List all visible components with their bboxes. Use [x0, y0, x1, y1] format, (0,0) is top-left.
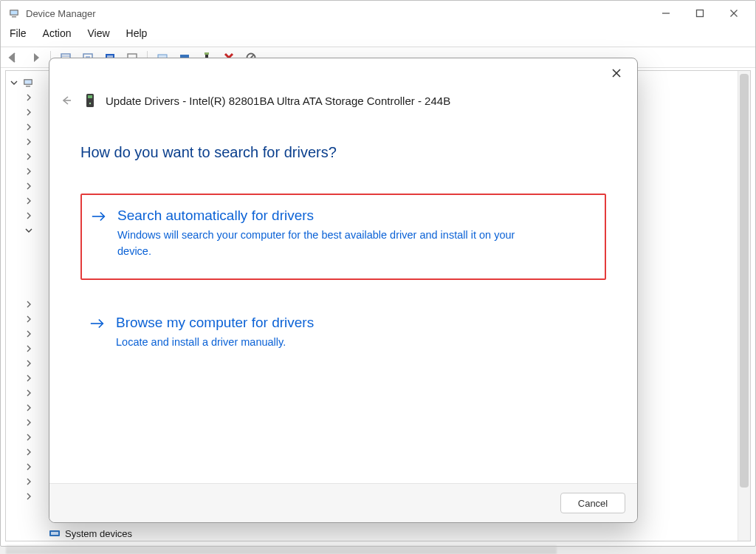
svg-rect-4 [697, 10, 704, 17]
chevron-right-icon[interactable] [24, 358, 34, 369]
arrow-right-icon [89, 315, 106, 332]
chevron-right-icon[interactable] [24, 476, 34, 487]
option-title: Browse my computer for drivers [116, 314, 314, 332]
chevron-right-icon[interactable] [24, 343, 34, 354]
chevron-down-icon[interactable] [24, 225, 34, 236]
window-title: Device Manager [26, 8, 96, 19]
chevron-right-icon[interactable] [24, 122, 34, 132]
option-desc: Windows will search your computer for th… [117, 228, 531, 260]
dialog-close-button[interactable] [602, 61, 631, 85]
svg-rect-27 [51, 532, 58, 535]
chevron-down-icon[interactable] [9, 78, 19, 88]
chevron-right-icon[interactable] [24, 447, 34, 457]
dialog-header: Update Drivers - Intel(R) 82801BA Ultra … [49, 88, 637, 112]
tree-item-system-devices[interactable]: System devices [49, 527, 132, 539]
tree-item-label: System devices [65, 528, 132, 539]
menu-bar: File Action View Help [1, 26, 755, 45]
chevron-right-icon[interactable] [24, 92, 34, 103]
menu-action[interactable]: Action [41, 26, 73, 41]
dialog-heading: How do you want to search for drivers? [80, 144, 606, 161]
chevron-right-icon[interactable] [24, 211, 34, 221]
svg-point-33 [89, 103, 91, 104]
menu-file[interactable]: File [8, 26, 28, 41]
arrow-right-icon [91, 208, 107, 225]
taskbar-shadow [6, 545, 557, 554]
chevron-right-icon[interactable] [24, 432, 34, 442]
chevron-right-icon[interactable] [24, 462, 34, 472]
option-browse-computer[interactable]: Browse my computer for drivers Locate an… [80, 302, 606, 366]
computer-icon [22, 77, 34, 89]
storage-controller-icon [85, 93, 95, 108]
update-driver-dialog: Update Drivers - Intel(R) 82801BA Ultra … [49, 58, 638, 523]
chevron-right-icon[interactable] [24, 329, 34, 339]
scrollbar-thumb[interactable] [740, 74, 749, 488]
cancel-button[interactable]: Cancel [560, 493, 625, 513]
chevron-right-icon[interactable] [24, 491, 34, 502]
menu-help[interactable]: Help [125, 26, 149, 41]
dialog-footer: Cancel [49, 483, 637, 522]
chevron-right-icon[interactable] [24, 299, 34, 310]
option-search-automatically[interactable]: Search automatically for drivers Windows… [80, 194, 606, 280]
device-manager-app-icon [8, 7, 20, 19]
menu-view[interactable]: View [86, 26, 111, 41]
chevron-right-icon[interactable] [24, 403, 34, 413]
nav-forward-icon[interactable] [26, 49, 45, 66]
svg-rect-1 [11, 11, 18, 15]
device-category-icon [49, 527, 61, 539]
dialog-titlebar [49, 58, 637, 88]
chevron-right-icon[interactable] [24, 107, 34, 117]
chevron-right-icon[interactable] [24, 388, 34, 398]
dialog-title: Update Drivers - Intel(R) 82801BA Ultra … [106, 95, 450, 107]
nav-back-icon[interactable] [4, 49, 23, 66]
svg-rect-25 [26, 86, 30, 87]
chevron-right-icon[interactable] [24, 196, 34, 206]
vertical-scrollbar[interactable] [738, 71, 750, 541]
svg-rect-32 [88, 95, 92, 98]
chevron-right-icon[interactable] [24, 166, 34, 177]
close-button[interactable] [717, 2, 751, 24]
svg-rect-18 [205, 52, 209, 55]
dialog-body: How do you want to search for drivers? S… [49, 112, 637, 483]
window-titlebar: Device Manager [1, 1, 755, 26]
chevron-right-icon[interactable] [24, 373, 34, 383]
svg-rect-24 [25, 81, 32, 84]
chevron-right-icon[interactable] [24, 151, 34, 162]
chevron-right-icon[interactable] [24, 137, 34, 147]
minimize-button[interactable] [649, 2, 683, 24]
chevron-right-icon[interactable] [24, 417, 34, 428]
chevron-right-icon[interactable] [24, 181, 34, 191]
option-desc: Locate and install a driver manually. [116, 335, 314, 351]
svg-rect-2 [12, 16, 16, 18]
option-title: Search automatically for drivers [117, 207, 531, 225]
maximize-button[interactable] [683, 2, 717, 24]
dialog-back-button[interactable] [58, 92, 75, 109]
chevron-right-icon[interactable] [24, 314, 34, 324]
